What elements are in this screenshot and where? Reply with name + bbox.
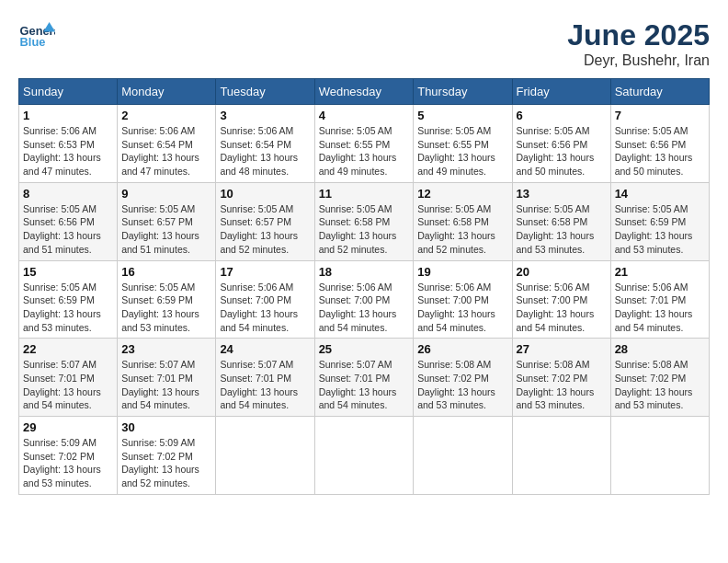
day-number: 8	[23, 187, 113, 201]
calendar-day-cell: 21Sunrise: 5:06 AMSunset: 7:01 PMDayligh…	[610, 260, 709, 339]
col-wednesday: Wednesday	[314, 79, 414, 105]
day-info: Sunrise: 5:08 AMSunset: 7:02 PMDaylight:…	[417, 359, 495, 410]
calendar-day-cell: 10Sunrise: 5:05 AMSunset: 6:57 PMDayligh…	[216, 182, 314, 260]
day-info: Sunrise: 5:05 AMSunset: 6:56 PMDaylight:…	[23, 203, 101, 255]
calendar-header-row: Sunday Monday Tuesday Wednesday Thursday…	[19, 79, 710, 105]
calendar-table: Sunday Monday Tuesday Wednesday Thursday…	[18, 78, 710, 495]
calendar-day-cell: 9Sunrise: 5:05 AMSunset: 6:57 PMDaylight…	[118, 182, 216, 260]
day-number: 21	[615, 265, 705, 279]
calendar-week-row: 1Sunrise: 5:06 AMSunset: 6:53 PMDaylight…	[19, 105, 710, 183]
col-thursday: Thursday	[414, 79, 512, 105]
day-info: Sunrise: 5:06 AMSunset: 6:54 PMDaylight:…	[121, 125, 199, 177]
calendar-day-cell: 16Sunrise: 5:05 AMSunset: 6:59 PMDayligh…	[118, 260, 216, 339]
day-number: 27	[517, 342, 607, 356]
calendar-day-cell: 4Sunrise: 5:05 AMSunset: 6:55 PMDaylight…	[314, 105, 414, 183]
day-info: Sunrise: 5:06 AMSunset: 7:00 PMDaylight:…	[517, 282, 595, 333]
calendar-day-cell: 13Sunrise: 5:05 AMSunset: 6:58 PMDayligh…	[512, 182, 610, 260]
col-monday: Monday	[118, 79, 216, 105]
day-info: Sunrise: 5:05 AMSunset: 6:59 PMDaylight:…	[615, 203, 693, 255]
day-info: Sunrise: 5:07 AMSunset: 7:01 PMDaylight:…	[23, 359, 101, 410]
day-number: 24	[220, 342, 310, 356]
day-number: 18	[319, 265, 410, 279]
calendar-day-cell: 1Sunrise: 5:06 AMSunset: 6:53 PMDaylight…	[19, 105, 118, 183]
day-info: Sunrise: 5:05 AMSunset: 6:56 PMDaylight:…	[517, 125, 595, 177]
calendar-day-cell: 14Sunrise: 5:05 AMSunset: 6:59 PMDayligh…	[610, 182, 709, 260]
title-area: June 2025 Deyr, Bushehr, Iran	[567, 18, 710, 69]
day-info: Sunrise: 5:09 AMSunset: 7:02 PMDaylight:…	[23, 437, 101, 488]
day-number: 28	[615, 342, 705, 356]
day-info: Sunrise: 5:05 AMSunset: 6:58 PMDaylight:…	[319, 203, 397, 255]
calendar-day-cell: 12Sunrise: 5:05 AMSunset: 6:58 PMDayligh…	[414, 182, 512, 260]
day-number: 2	[121, 109, 211, 122]
day-info: Sunrise: 5:05 AMSunset: 6:55 PMDaylight:…	[417, 125, 495, 177]
calendar-day-cell: 30Sunrise: 5:09 AMSunset: 7:02 PMDayligh…	[118, 417, 216, 495]
location: Deyr, Bushehr, Iran	[567, 52, 710, 69]
day-info: Sunrise: 5:06 AMSunset: 7:00 PMDaylight:…	[319, 282, 397, 333]
day-number: 17	[220, 265, 310, 279]
empty-cell	[512, 417, 610, 495]
calendar-day-cell: 7Sunrise: 5:05 AMSunset: 6:56 PMDaylight…	[610, 105, 709, 183]
calendar-day-cell: 19Sunrise: 5:06 AMSunset: 7:00 PMDayligh…	[414, 260, 512, 339]
calendar-day-cell: 22Sunrise: 5:07 AMSunset: 7:01 PMDayligh…	[19, 339, 118, 417]
calendar-day-cell: 20Sunrise: 5:06 AMSunset: 7:00 PMDayligh…	[512, 260, 610, 339]
day-number: 30	[121, 420, 211, 434]
calendar-day-cell: 17Sunrise: 5:06 AMSunset: 7:00 PMDayligh…	[216, 260, 314, 339]
calendar-week-row: 8Sunrise: 5:05 AMSunset: 6:56 PMDaylight…	[19, 182, 710, 260]
day-number: 6	[517, 109, 607, 122]
day-number: 11	[319, 187, 410, 201]
day-info: Sunrise: 5:06 AMSunset: 6:54 PMDaylight:…	[220, 125, 298, 177]
day-info: Sunrise: 5:06 AMSunset: 7:00 PMDaylight:…	[417, 282, 495, 333]
day-info: Sunrise: 5:05 AMSunset: 6:56 PMDaylight:…	[615, 125, 693, 177]
day-info: Sunrise: 5:09 AMSunset: 7:02 PMDaylight:…	[121, 437, 199, 488]
calendar-week-row: 29Sunrise: 5:09 AMSunset: 7:02 PMDayligh…	[19, 417, 710, 495]
logo: General Blue	[18, 18, 59, 55]
empty-cell	[610, 417, 709, 495]
calendar-day-cell: 18Sunrise: 5:06 AMSunset: 7:00 PMDayligh…	[314, 260, 414, 339]
day-number: 15	[23, 265, 113, 279]
day-number: 3	[220, 109, 310, 122]
col-saturday: Saturday	[610, 79, 709, 105]
empty-cell	[314, 417, 414, 495]
day-number: 14	[615, 187, 705, 201]
calendar-day-cell: 6Sunrise: 5:05 AMSunset: 6:56 PMDaylight…	[512, 105, 610, 183]
day-info: Sunrise: 5:05 AMSunset: 6:59 PMDaylight:…	[121, 282, 199, 333]
calendar-day-cell: 3Sunrise: 5:06 AMSunset: 6:54 PMDaylight…	[216, 105, 314, 183]
calendar-week-row: 15Sunrise: 5:05 AMSunset: 6:59 PMDayligh…	[19, 260, 710, 339]
day-number: 25	[319, 342, 410, 356]
calendar-day-cell: 15Sunrise: 5:05 AMSunset: 6:59 PMDayligh…	[19, 260, 118, 339]
calendar-day-cell: 26Sunrise: 5:08 AMSunset: 7:02 PMDayligh…	[414, 339, 512, 417]
day-number: 13	[517, 187, 607, 201]
day-number: 20	[517, 265, 607, 279]
day-info: Sunrise: 5:05 AMSunset: 6:58 PMDaylight:…	[417, 203, 495, 255]
calendar-day-cell: 8Sunrise: 5:05 AMSunset: 6:56 PMDaylight…	[19, 182, 118, 260]
empty-cell	[414, 417, 512, 495]
calendar-day-cell: 11Sunrise: 5:05 AMSunset: 6:58 PMDayligh…	[314, 182, 414, 260]
day-info: Sunrise: 5:06 AMSunset: 7:01 PMDaylight:…	[615, 282, 693, 333]
calendar-day-cell: 2Sunrise: 5:06 AMSunset: 6:54 PMDaylight…	[118, 105, 216, 183]
day-number: 5	[417, 109, 507, 122]
empty-cell	[216, 417, 314, 495]
calendar-day-cell: 23Sunrise: 5:07 AMSunset: 7:01 PMDayligh…	[118, 339, 216, 417]
day-info: Sunrise: 5:05 AMSunset: 6:57 PMDaylight:…	[121, 203, 199, 255]
day-info: Sunrise: 5:05 AMSunset: 6:57 PMDaylight:…	[220, 203, 298, 255]
calendar-day-cell: 25Sunrise: 5:07 AMSunset: 7:01 PMDayligh…	[314, 339, 414, 417]
calendar-day-cell: 24Sunrise: 5:07 AMSunset: 7:01 PMDayligh…	[216, 339, 314, 417]
day-number: 7	[615, 109, 705, 122]
day-info: Sunrise: 5:06 AMSunset: 6:53 PMDaylight:…	[23, 125, 101, 177]
col-sunday: Sunday	[19, 79, 118, 105]
day-number: 22	[23, 342, 113, 356]
day-number: 12	[417, 187, 507, 201]
day-number: 19	[417, 265, 507, 279]
day-number: 4	[319, 109, 410, 122]
day-info: Sunrise: 5:07 AMSunset: 7:01 PMDaylight:…	[121, 359, 199, 410]
svg-text:Blue: Blue	[20, 35, 46, 49]
day-number: 10	[220, 187, 310, 201]
day-info: Sunrise: 5:07 AMSunset: 7:01 PMDaylight:…	[220, 359, 298, 410]
day-info: Sunrise: 5:08 AMSunset: 7:02 PMDaylight:…	[517, 359, 595, 410]
calendar-week-row: 22Sunrise: 5:07 AMSunset: 7:01 PMDayligh…	[19, 339, 710, 417]
day-number: 9	[121, 187, 211, 201]
day-number: 16	[121, 265, 211, 279]
calendar-day-cell: 28Sunrise: 5:08 AMSunset: 7:02 PMDayligh…	[610, 339, 709, 417]
page-header: General Blue June 2025 Deyr, Bushehr, Ir…	[18, 18, 710, 69]
day-info: Sunrise: 5:06 AMSunset: 7:00 PMDaylight:…	[220, 282, 298, 333]
